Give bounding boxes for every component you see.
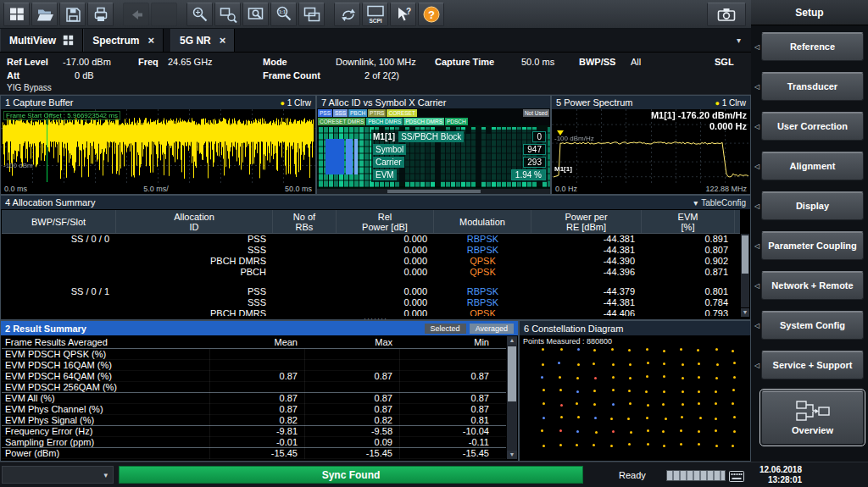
help-button[interactable]: ? [418,3,444,26]
result-v-scrollbar[interactable]: ▲ ▼ [507,336,517,459]
result-row[interactable]: EVM PDSCH 16QAM (%) [2,360,506,371]
tab-5g-nr[interactable]: 5G NR × [170,29,235,52]
panel-title: 2 Result Summary [5,324,86,334]
softkey-menu-title: Setup [751,0,868,25]
softkey-parameter-coupling[interactable]: Parameter Coupling [761,231,864,260]
capture-buffer-plot[interactable]: Frame Start Offset : 5.966923542 ms -100… [1,109,315,184]
result-row[interactable]: EVM Phys Signal (%)0.820.820.81 [2,415,506,426]
close-icon[interactable]: × [220,34,226,47]
print-button[interactable] [87,3,114,26]
bwp-ss-value[interactable]: All [631,57,641,67]
column-header: EVM [%] [642,210,735,233]
allocation-row[interactable]: SSS0.000RBPSK-44.3810.807 [2,245,740,256]
softkey-user-correction[interactable]: User Correction [761,112,864,141]
scpi-recorder-button[interactable]: SCPI [362,3,388,26]
main-area: 1:1SCPI?? MultiView Spectrum × 5G NR × ▾… [0,0,751,462]
result-row[interactable]: EVM PDSCH 64QAM (%)0.870.870.87 [2,371,506,382]
tab-averaged[interactable]: Averaged [470,324,514,334]
windows-button[interactable] [3,3,30,26]
result-summary-header[interactable]: 2 Result Summary Selected Averaged [1,321,518,335]
softkey-overview[interactable]: Overview [761,390,864,445]
redo-button[interactable] [151,3,177,26]
zoom-1to1-button[interactable]: 1:1 [270,3,297,26]
scroll-up-icon[interactable]: ▲ [507,336,517,345]
result-row[interactable]: EVM PDSCH 256QAM (%) [2,382,506,393]
softkey-label: Network + Remote [771,280,853,291]
softkey-display[interactable]: Display [761,191,864,220]
multi-zoom-button[interactable] [214,3,241,26]
tab-spectrum[interactable]: Spectrum × [83,29,164,52]
tab-overflow-icon[interactable]: ▾ [726,36,751,45]
allocation-row[interactable]: SS / 0 / 1PSS0.000RBPSK-44.3790.801 [2,286,740,297]
camera-button[interactable] [707,3,746,26]
tab-label: Spectrum [92,35,139,47]
capture-buffer-header[interactable]: 1 Capture Buffer ● 1 Clrw [1,96,315,109]
marker-name: M1[1] [373,132,395,141]
allocation-table-body: SS / 0 / 0PSS0.000RBPSK-44.3810.891SSS0.… [2,234,740,316]
softkey-transducer[interactable]: Transducer [761,72,864,101]
legend-pdsch: PDSCH [445,118,468,125]
panel-title: 4 Allocation Summary [5,197,95,208]
softkey-reference[interactable]: Reference [761,32,864,61]
alloc-id-panel: 7 Alloc ID vs Symbol X Carrier PSSSSSPBC… [316,95,551,195]
softkey-network-remote[interactable]: Network + Remote [761,271,864,300]
allocation-summary-header[interactable]: 4 Allocation Summary ▾TableConfig [1,196,750,209]
softkey-service-support[interactable]: Service + Support [761,351,864,379]
alloc-h-scrollbar[interactable] [317,189,550,194]
att-value[interactable]: 0 dB [75,70,94,80]
freq-value[interactable]: 24.65 GHz [168,57,213,67]
softkey-label: Service + Support [773,360,853,370]
mode-value[interactable]: Downlink, 100 MHz [336,57,416,67]
result-row[interactable]: Sampling Error (ppm)-0.010.09-0.11 [2,437,506,448]
table-config-button[interactable]: ▾TableConfig [693,198,746,208]
x-end: 122.88 MHz [705,185,747,193]
allocation-row[interactable]: SSS0.000RBPSK-44.3810.784 [2,297,740,308]
frame-count-value[interactable]: 2 of 2(2) [364,70,399,80]
alloc-id-header[interactable]: 7 Alloc ID vs Symbol X Carrier [317,96,550,108]
power-spectrum-plot[interactable]: M1[1] -176.20 dBm/Hz 0.000 Hz -100 dBm/H… [552,109,750,184]
scroll-down-icon[interactable]: ▼ [741,308,749,317]
tab-bar: MultiView Spectrum × 5G NR × ▾ [0,29,751,53]
measurement-header: Ref Level -17.00 dBm Freq 24.65 GHz Mode… [0,53,751,95]
datetime[interactable]: 12.06.2018 13:28:01 [744,465,802,485]
ref-level-value[interactable]: -17.00 dBm [63,57,111,67]
open-button[interactable] [31,3,58,26]
result-row[interactable]: EVM All (%)0.870.870.87 [2,393,506,404]
tab-selected[interactable]: Selected [425,324,466,334]
tab-multiview[interactable]: MultiView [0,29,83,52]
split-display-button[interactable] [298,3,325,26]
zoom-button[interactable] [186,3,213,26]
allocation-row[interactable]: PBCH DMRS0.000QPSK-44.3900.902 [2,256,740,267]
undo-button[interactable] [123,3,149,26]
constellation-plot[interactable]: Points Measured : 880800 [520,335,750,461]
result-row[interactable]: EVM PDSCH QPSK (%) [2,349,506,360]
capture-time-value[interactable]: 50.0 ms [521,57,554,67]
capture-waveform-canvas[interactable] [1,109,315,184]
softkey-arrow-icon: ◁ [753,322,761,329]
marker-field-label: EVM [373,169,397,180]
save-button[interactable] [59,3,86,26]
allocation-row[interactable]: PBCH0.000QPSK-44.3960.871 [2,267,740,278]
allocation-row[interactable]: SS / 0 / 0PSS0.000RBPSK-44.3810.891 [2,234,740,245]
power-spectrum-header[interactable]: 5 Power Spectrum ● 1 Clrw [552,96,750,109]
panel-title: 6 Constellation Diagram [524,324,623,334]
close-icon[interactable]: × [147,34,154,47]
result-row[interactable]: Frequency Error (Hz)-9.81-9.58-10.04 [2,426,506,437]
panel-title: 5 Power Spectrum [556,97,632,108]
result-row[interactable]: EVM Phys Channel (%)0.870.870.87 [2,404,506,415]
constellation-header[interactable]: 6 Constellation Diagram [520,321,750,335]
softkey-alignment[interactable]: Alignment [761,152,864,180]
panel-title: 1 Capture Buffer [5,97,74,108]
softkey-sidebar: Setup ◁Reference◁Transducer◁User Correct… [751,0,868,462]
keyboard-icon[interactable] [729,470,744,485]
alloc-grid-plot[interactable]: M1[1] SS/PBCH Block 0 Symbol947Carrier29… [317,125,550,189]
softkey-system-config[interactable]: System Config [761,311,864,340]
multiview-grid-icon [63,35,74,46]
continuous-sweep-button[interactable] [334,3,360,26]
status-dropdown[interactable]: ▾ [2,466,114,484]
result-row[interactable]: Power (dBm)-15.45-15.45-15.45 [2,448,506,459]
scroll-down-icon[interactable]: ▼ [507,451,517,459]
context-help-button[interactable]: ? [390,3,416,26]
zoom-window-button[interactable] [242,3,269,26]
allocation-v-scrollbar[interactable] [741,234,749,307]
